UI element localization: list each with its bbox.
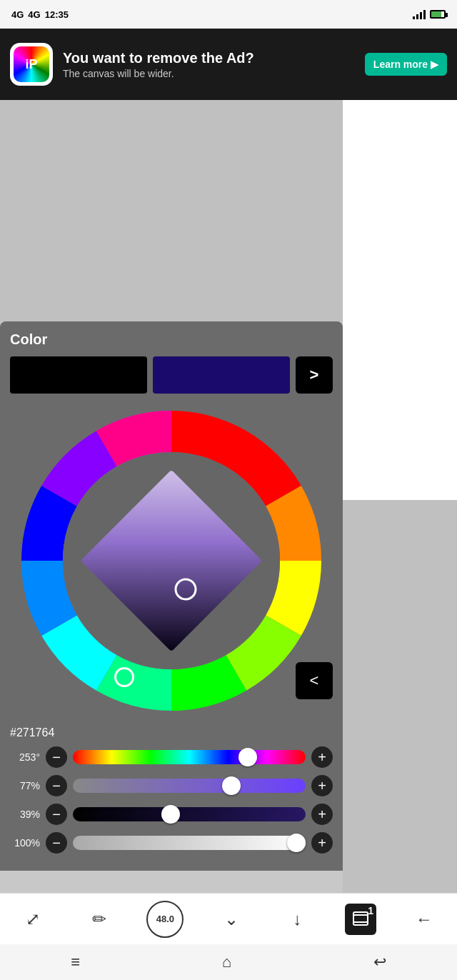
swatch-selected[interactable] — [153, 356, 290, 394]
brightness-minus-button[interactable]: − — [46, 804, 67, 825]
alpha-minus-button[interactable]: − — [46, 832, 67, 854]
swatches-row: > — [10, 356, 333, 394]
color-wheel-container[interactable] — [14, 404, 328, 718]
transform-tool-button[interactable]: ⤢ — [14, 901, 51, 938]
brightness-label: 39% — [10, 809, 40, 820]
saturation-slider-thumb[interactable] — [222, 776, 241, 795]
brush-tool-button[interactable]: ✏ — [81, 901, 118, 938]
alpha-plus-button[interactable]: + — [311, 832, 333, 854]
bottom-toolbar: ⤢ ✏ 48.0 ⌄ ↓ 1 ← — [0, 893, 457, 944]
status-bar: 4G 4G 12:35 — [0, 0, 457, 29]
hue-wheel-handle[interactable] — [114, 667, 134, 687]
ad-logo-inner: iP — [14, 46, 49, 82]
ad-logo: iP — [10, 43, 53, 86]
brightness-slider-track[interactable] — [73, 807, 306, 821]
color-wheel[interactable] — [14, 404, 328, 718]
back-panel-button[interactable]: < — [296, 662, 333, 699]
back-arrow-button[interactable]: ← — [406, 901, 443, 938]
alpha-slider-track[interactable] — [73, 836, 306, 850]
brush-icon: ✏ — [92, 909, 106, 929]
right-canvas-area — [343, 100, 457, 500]
time: 12:35 — [45, 9, 69, 20]
saturation-slider-row: 77% − + — [10, 775, 333, 796]
next-arrow-icon: > — [310, 366, 319, 384]
alpha-label: 100% — [10, 837, 40, 849]
chevron-down-icon: ⌄ — [224, 909, 238, 929]
saturation-slider-track[interactable] — [73, 779, 306, 793]
ad-banner: iP You want to remove the Ad? The canvas… — [0, 29, 457, 100]
signal-icon — [413, 10, 426, 19]
battery-icon — [430, 10, 446, 19]
brush-size-control[interactable]: 48.0 — [146, 901, 184, 938]
svg-rect-4 — [353, 912, 368, 922]
arrow-down-icon: ↓ — [293, 909, 302, 929]
hue-minus-button[interactable]: − — [46, 746, 67, 768]
hue-plus-button[interactable]: + — [311, 746, 333, 768]
network-1: 4G — [11, 9, 24, 20]
status-left: 4G 4G 12:35 — [11, 9, 69, 20]
back-nav-icon[interactable]: ↩ — [373, 953, 386, 971]
arrow-down-button[interactable]: ↓ — [279, 901, 316, 938]
alpha-slider-row: 100% − + — [10, 832, 333, 854]
nav-bar: ≡ ⌂ ↩ — [0, 944, 457, 980]
status-right — [413, 10, 446, 19]
ad-text-block: You want to remove the Ad? The canvas wi… — [63, 49, 355, 79]
ad-logo-text: iP — [25, 57, 37, 72]
layers-count: 1 — [368, 905, 373, 916]
hue-slider-track[interactable] — [73, 750, 306, 764]
next-color-button[interactable]: > — [296, 356, 333, 394]
hue-slider-row: 253° − + — [10, 746, 333, 768]
hue-slider-thumb[interactable] — [238, 748, 257, 766]
back-arrow-icon: ← — [416, 909, 433, 929]
network-2: 4G — [28, 9, 40, 20]
saturation-minus-button[interactable]: − — [46, 775, 67, 796]
brightness-slider-row: 39% − + — [10, 804, 333, 825]
hex-value-label: #271764 — [10, 726, 333, 739]
back-panel-icon: < — [310, 671, 319, 690]
ad-title: You want to remove the Ad? — [63, 49, 355, 66]
alpha-slider-thumb[interactable] — [287, 834, 306, 852]
ad-subtitle: The canvas will be wider. — [63, 68, 355, 79]
color-panel: Color > — [0, 321, 343, 871]
panel-title: Color — [10, 331, 333, 348]
saturation-plus-button[interactable]: + — [311, 775, 333, 796]
svg-rect-3 — [353, 915, 368, 925]
saturation-label: 77% — [10, 780, 40, 791]
learn-more-button[interactable]: Learn more ▶ — [365, 53, 447, 76]
brightness-slider-thumb[interactable] — [161, 805, 180, 824]
hue-label: 253° — [10, 751, 40, 763]
chevron-down-button[interactable]: ⌄ — [213, 901, 250, 938]
swatch-current[interactable] — [10, 356, 147, 394]
brightness-plus-button[interactable]: + — [311, 804, 333, 825]
layers-button[interactable]: 1 — [345, 904, 376, 935]
transform-icon: ⤢ — [26, 909, 40, 929]
menu-icon[interactable]: ≡ — [71, 953, 80, 971]
brush-size-value: 48.0 — [156, 914, 174, 924]
home-icon[interactable]: ⌂ — [222, 953, 231, 971]
